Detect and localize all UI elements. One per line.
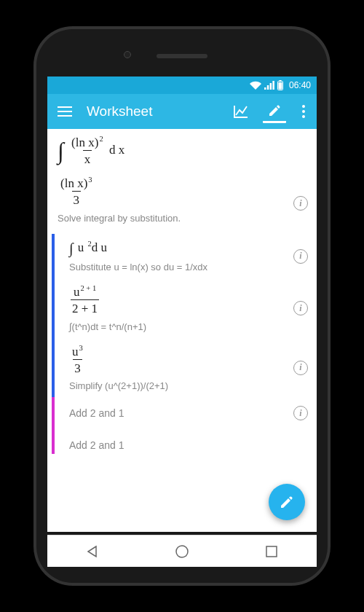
step-row[interactable]: Add 2 and 1 i [52, 397, 317, 429]
step-note: Solve integral by substitution. [58, 213, 308, 224]
status-clock: 06:40 [289, 80, 311, 90]
phone-frame: 06:40 Worksheet ∫ [36, 29, 328, 583]
circle-home-icon [175, 544, 189, 559]
home-button[interactable] [160, 536, 204, 568]
battery-icon [277, 80, 283, 90]
info-icon[interactable]: i [293, 361, 308, 375]
more-vert-icon [302, 105, 305, 118]
graph-button[interactable] [229, 100, 253, 123]
wifi-icon [250, 81, 261, 90]
edit-button[interactable] [263, 100, 286, 123]
info-icon[interactable]: i [293, 301, 308, 315]
math-expression: u3 3 [69, 344, 308, 376]
step-row[interactable]: u3 3 Simplify (u^(2+1))/(2+1) i [52, 338, 317, 397]
svg-rect-6 [278, 82, 282, 90]
signal-icon [264, 81, 274, 90]
overflow-button[interactable] [296, 100, 311, 123]
hamburger-icon [58, 106, 72, 117]
info-icon[interactable]: i [293, 249, 308, 264]
pencil-icon [268, 104, 281, 117]
triangle-back-icon [85, 544, 100, 559]
step-note: Simplify (u^(2+1))/(2+1) [69, 380, 308, 391]
svg-rect-8 [58, 111, 72, 112]
svg-rect-5 [279, 80, 281, 82]
graph-icon [234, 105, 248, 118]
svg-point-12 [302, 115, 305, 118]
step-row[interactable]: Add 2 and 1 [52, 429, 317, 454]
result-row[interactable]: (ln x)3 3 Solve integral by substitution… [47, 173, 317, 233]
svg-point-11 [302, 110, 305, 113]
status-bar: 06:40 [47, 76, 317, 94]
expression-row[interactable]: ∫ (ln x)2 x d x [47, 129, 317, 173]
phone-speaker [157, 54, 207, 58]
step-note: ∫(t^n)dt = t^n/(n+1) [69, 321, 308, 332]
svg-rect-7 [58, 106, 72, 108]
math-expression: ∫ (ln x)2 x d x [58, 135, 308, 167]
svg-rect-9 [58, 115, 72, 117]
svg-point-10 [302, 105, 305, 108]
svg-rect-1 [267, 85, 269, 90]
step-label: Add 2 and 1 [69, 407, 124, 419]
step-label: Add 2 and 1 [69, 439, 124, 451]
info-icon[interactable]: i [293, 196, 308, 211]
pencil-icon [279, 494, 295, 510]
back-button[interactable] [71, 536, 114, 568]
square-recent-icon [265, 545, 278, 558]
recent-button[interactable] [250, 536, 293, 568]
svg-rect-2 [270, 83, 272, 90]
menu-button[interactable] [53, 100, 76, 123]
step-row[interactable]: ∫ u 2d u Substitute u = ln(x) so du = 1/… [52, 234, 317, 278]
math-expression: u2 + 1 2 + 1 [69, 284, 308, 316]
svg-point-13 [176, 546, 188, 557]
svg-rect-3 [272, 81, 274, 90]
page-title: Worksheet [87, 103, 219, 119]
screen: 06:40 Worksheet ∫ [47, 76, 317, 532]
svg-rect-14 [266, 546, 277, 557]
worksheet-content[interactable]: ∫ (ln x)2 x d x (ln x)3 3 Solve integral [47, 129, 317, 532]
info-icon[interactable]: i [293, 406, 308, 420]
step-note: Substitute u = ln(x) so du = 1/xdx [69, 262, 308, 272]
fab-edit-button[interactable] [269, 484, 305, 520]
math-expression: (ln x)3 3 [58, 176, 308, 208]
math-expression: ∫ u 2d u [69, 240, 308, 257]
svg-rect-0 [264, 87, 266, 90]
phone-camera [124, 51, 131, 58]
step-row[interactable]: u2 + 1 2 + 1 ∫(t^n)dt = t^n/(n+1) i [52, 278, 317, 337]
app-bar: Worksheet [47, 94, 317, 129]
android-navbar [47, 535, 317, 567]
